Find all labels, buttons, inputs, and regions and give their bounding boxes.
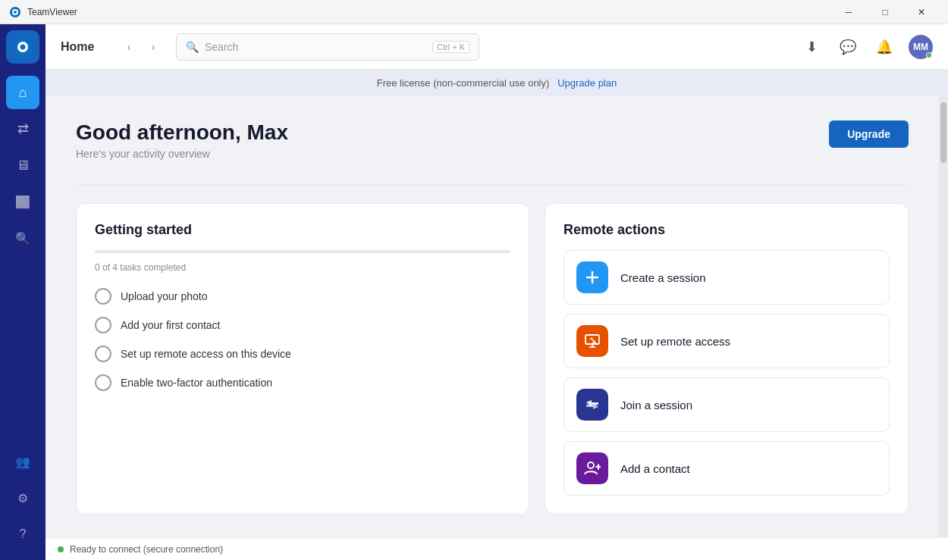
- header-icons: ⬇ 💬 🔔 MM: [799, 35, 933, 59]
- task-checkbox-remote[interactable]: [95, 346, 111, 362]
- remote-actions-title: Remote actions: [563, 222, 890, 238]
- app-body: ⌂ ⇄ 🖥 ⬜ 🔍 👥 ⚙ ? Home: [0, 24, 948, 560]
- sidebar-item-audit[interactable]: 🔍: [6, 221, 39, 255]
- files-icon: ⬜: [15, 195, 30, 209]
- search-shortcut: Ctrl + K: [432, 41, 469, 53]
- task-label-2fa: Enable two-factor authentication: [121, 377, 272, 389]
- task-checkbox-contact[interactable]: [95, 317, 111, 333]
- svg-point-5: [20, 45, 26, 50]
- task-checkbox-upload[interactable]: [95, 288, 111, 305]
- join-session-label: Join a session: [620, 399, 692, 411]
- screen-icon: [584, 333, 601, 349]
- plus-icon: [584, 269, 601, 286]
- task-upload-photo[interactable]: Upload your photo: [95, 288, 510, 305]
- window-controls: ─ □ ✕: [831, 0, 939, 24]
- scrollbar-thumb[interactable]: [940, 102, 946, 163]
- upgrade-button[interactable]: Upgrade: [829, 120, 909, 148]
- join-session-icon: [576, 389, 608, 421]
- main-area: Home ‹ › 🔍 Search Ctrl + K ⬇ 💬 🔔: [46, 24, 948, 560]
- sidebar-item-home[interactable]: ⌂: [6, 76, 39, 109]
- online-status-dot: [926, 52, 932, 58]
- minimize-button[interactable]: ─: [831, 0, 866, 24]
- divider: [76, 184, 909, 185]
- greeting-title: Good afternoon, Max: [76, 120, 288, 145]
- help-icon: ?: [20, 527, 27, 541]
- add-contact-action[interactable]: Add a contact: [563, 441, 890, 496]
- sidebar-item-files[interactable]: ⬜: [6, 185, 39, 218]
- join-session-action[interactable]: Join a session: [563, 377, 890, 432]
- content-area: Good afternoon, Max Here's your activity…: [46, 96, 948, 537]
- task-add-contact[interactable]: Add your first contact: [95, 317, 510, 333]
- search-bar[interactable]: 🔍 Search Ctrl + K: [176, 33, 479, 61]
- remote-access-action[interactable]: Set up remote access: [563, 314, 890, 368]
- progress-text: 0 of 4 tasks completed: [95, 262, 510, 273]
- remote-access-icon: [576, 325, 608, 357]
- close-button[interactable]: ✕: [904, 0, 939, 24]
- main-scroll[interactable]: Good afternoon, Max Here's your activity…: [46, 96, 939, 537]
- sidebar-item-help[interactable]: ?: [6, 518, 39, 551]
- create-session-icon: [576, 261, 608, 293]
- notifications-button[interactable]: 🔔: [872, 35, 896, 59]
- chat-button[interactable]: 💬: [836, 35, 860, 59]
- sidebar-bottom: 👥 ⚙ ?: [6, 445, 39, 554]
- settings-icon: ⚙: [17, 491, 28, 505]
- task-checkbox-2fa[interactable]: [95, 374, 111, 391]
- greeting-block: Good afternoon, Max Here's your activity…: [76, 120, 288, 160]
- add-contact-icon: [576, 452, 608, 484]
- status-dot: [58, 546, 64, 552]
- avatar-initials: MM: [913, 42, 928, 52]
- getting-started-title: Getting started: [95, 222, 510, 238]
- search-icon: 🔍: [15, 231, 30, 246]
- back-button[interactable]: ‹: [118, 36, 140, 58]
- cards-row: Getting started 0 of 4 tasks completed U…: [76, 203, 909, 515]
- task-remote-access[interactable]: Set up remote access on this device: [95, 346, 510, 362]
- remote-icon: ⇄: [17, 120, 29, 137]
- page-title: Home: [61, 40, 106, 54]
- create-session-label: Create a session: [620, 271, 706, 284]
- sidebar: ⌂ ⇄ 🖥 ⬜ 🔍 👥 ⚙ ?: [0, 24, 46, 560]
- top-header: Home ‹ › 🔍 Search Ctrl + K ⬇ 💬 🔔: [46, 24, 948, 70]
- task-label-contact: Add your first contact: [121, 319, 221, 331]
- app-title: TeamViewer: [27, 7, 77, 17]
- progress-bar: [95, 250, 510, 253]
- page-header: Good afternoon, Max Here's your activity…: [76, 120, 909, 160]
- banner-text: Free license (non-commercial use only): [377, 77, 550, 89]
- maximize-button[interactable]: □: [868, 0, 902, 24]
- chat-icon: 💬: [840, 39, 856, 55]
- teamviewer-logo-icon: [12, 36, 33, 58]
- task-two-factor[interactable]: Enable two-factor authentication: [95, 374, 510, 391]
- scrollbar[interactable]: [939, 96, 948, 537]
- nav-arrows: ‹ ›: [118, 36, 164, 58]
- task-list: Upload your photo Add your first contact…: [95, 288, 510, 391]
- titlebar-left: TeamViewer: [9, 6, 77, 18]
- home-icon: ⌂: [19, 85, 27, 101]
- search-placeholder: Search: [205, 41, 426, 53]
- app-logo-icon: [9, 6, 21, 18]
- svg-point-11: [588, 462, 594, 468]
- remote-actions-card: Remote actions Create a session: [545, 203, 909, 515]
- contacts-icon: 👥: [15, 455, 30, 469]
- sidebar-logo: [6, 30, 39, 64]
- titlebar: TeamViewer ─ □ ✕: [0, 0, 948, 24]
- sidebar-item-settings[interactable]: ⚙: [6, 481, 39, 515]
- add-contact-label: Add a contact: [620, 462, 690, 475]
- create-session-action[interactable]: Create a session: [563, 250, 890, 305]
- svg-point-2: [14, 11, 17, 14]
- bell-icon: 🔔: [876, 39, 893, 55]
- search-icon: 🔍: [186, 41, 199, 53]
- status-text: Ready to connect (secure connection): [70, 544, 223, 555]
- arrows-icon: [584, 396, 601, 413]
- sidebar-item-remote[interactable]: ⇄: [6, 112, 39, 145]
- sidebar-item-devices[interactable]: 🖥: [6, 149, 39, 182]
- user-avatar[interactable]: MM: [909, 35, 933, 59]
- download-icon: ⬇: [806, 39, 818, 55]
- forward-button[interactable]: ›: [143, 36, 164, 58]
- task-label-remote: Set up remote access on this device: [121, 348, 291, 360]
- greeting-subtitle: Here's your activity overview: [76, 148, 288, 160]
- remote-access-label: Set up remote access: [620, 335, 730, 348]
- sidebar-item-contacts[interactable]: 👥: [6, 445, 39, 478]
- download-button[interactable]: ⬇: [799, 35, 824, 59]
- status-bar: Ready to connect (secure connection): [46, 537, 948, 560]
- upgrade-plan-link[interactable]: Upgrade plan: [557, 77, 617, 89]
- getting-started-card: Getting started 0 of 4 tasks completed U…: [76, 203, 529, 515]
